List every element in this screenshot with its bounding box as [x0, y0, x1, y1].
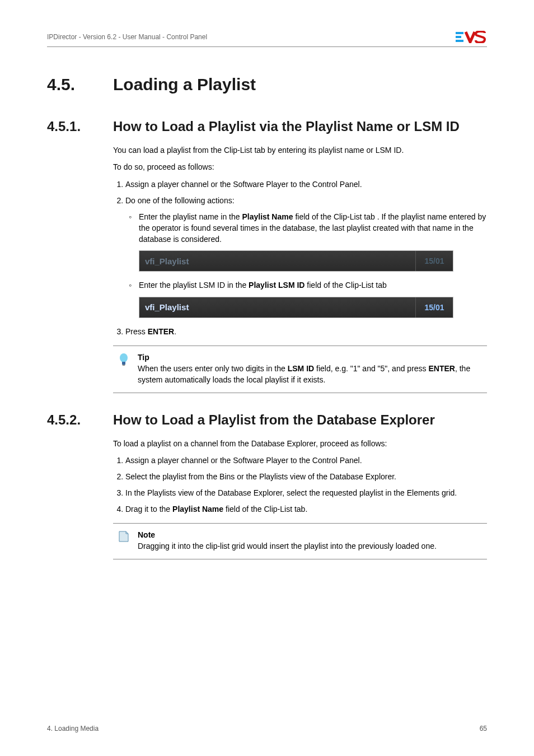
lightbulb-icon [118, 352, 130, 386]
svg-rect-5 [123, 365, 125, 366]
list-item: Do one of the following actions: Enter t… [125, 195, 487, 318]
playlist-name-value: vfi_Playlist [139, 297, 415, 318]
list-item: Assign a player channel or the Software … [125, 455, 487, 466]
text-run: Enter the playlist LSM ID in the [139, 281, 249, 290]
note-title: Note [138, 529, 437, 540]
playlist-name-value: vfi_Playlist [139, 251, 415, 271]
note-body: Dragging it into the clip-list grid woul… [138, 542, 437, 550]
footer-section: 4. Loading Media [47, 725, 99, 732]
text-run: Drag it to the [125, 505, 172, 514]
sub-list-item: Enter the playlist name in the Playlist … [139, 211, 487, 272]
header-divider [47, 46, 487, 47]
list-item: Assign a player channel or the Software … [125, 179, 487, 190]
list-item: Select the playlist from the Bins or the… [125, 471, 487, 483]
note-callout: Note Dragging it into the clip-list grid… [113, 523, 487, 559]
text-run: field of the Clip-List tab [305, 281, 386, 290]
paragraph: To load a playlist on a channel from the… [113, 438, 487, 449]
note-icon [118, 529, 130, 552]
svg-rect-1 [456, 36, 461, 38]
bold-text: ENTER [429, 364, 455, 373]
list-item-text: Do one of the following actions: [125, 196, 235, 205]
bold-text: Playlist Name [242, 212, 293, 221]
list-item: Drag it to the Playlist Name field of th… [125, 503, 487, 515]
list-item: Press ENTER. [125, 326, 487, 338]
evs-logo [456, 31, 487, 43]
text-run: field, e.g. "1" and "5", and press [314, 364, 428, 373]
playlist-name-field-example: vfi_Playlist 15/01 [139, 250, 453, 272]
subsection-title: How to Load a Playlist via the Playlist … [113, 119, 460, 134]
list-item: In the Playlists view of the Database Ex… [125, 487, 487, 499]
playlist-lsm-id-value: 15/01 [415, 251, 453, 271]
header-breadcrumb: IPDirector - Version 6.2 - User Manual -… [47, 33, 207, 41]
subsection-number: 4.5.2. [47, 412, 97, 428]
bold-text: LSM ID [288, 364, 314, 373]
subsection-number: 4.5.1. [47, 119, 97, 134]
playlist-lsm-id-value: 15/01 [415, 297, 453, 318]
tip-title: Tip [138, 352, 483, 363]
text-run: When the users enter only two digits in … [138, 364, 288, 373]
text-run: Press [125, 327, 148, 336]
paragraph: To do so, proceed as follows: [113, 161, 487, 172]
section-number: 4.5. [47, 75, 92, 94]
section-title: Loading a Playlist [113, 75, 256, 94]
bold-text: Playlist Name [172, 505, 223, 514]
bold-text: ENTER [148, 327, 174, 336]
bold-text: Playlist LSM ID [249, 281, 305, 290]
svg-rect-2 [456, 40, 463, 42]
text-run: field of the Clip-List tab. [223, 505, 307, 514]
tip-callout: Tip When the users enter only two digits… [113, 346, 487, 393]
text-run: Enter the playlist name in the [139, 212, 242, 221]
text-run: . [174, 327, 176, 336]
svg-rect-0 [456, 32, 463, 34]
page-number: 65 [480, 725, 487, 732]
svg-rect-4 [122, 362, 125, 365]
paragraph: You can load a playlist from the Clip-Li… [113, 144, 487, 156]
subsection-title: How to Load a Playlist from the Database… [113, 412, 435, 428]
sub-list-item: Enter the playlist LSM ID in the Playlis… [139, 279, 487, 318]
playlist-lsm-id-field-example: vfi_Playlist 15/01 [139, 297, 453, 318]
svg-point-3 [120, 353, 128, 362]
